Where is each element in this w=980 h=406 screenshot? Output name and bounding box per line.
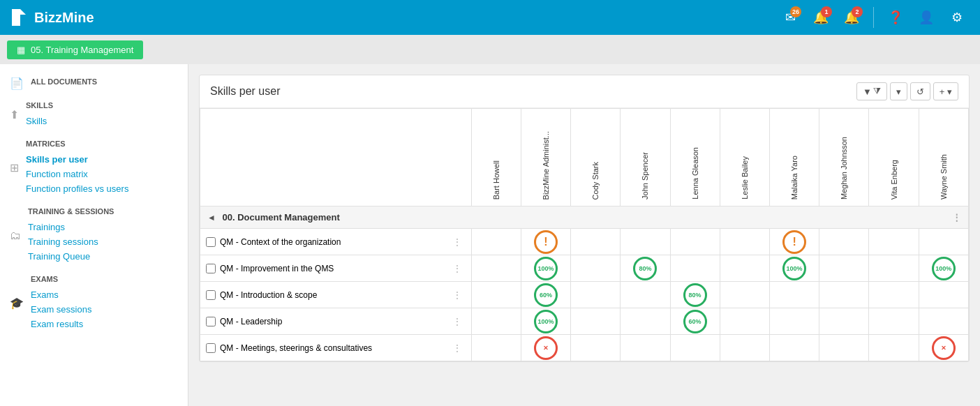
upload-icon: ⬆	[10, 108, 19, 121]
cell-leadership-meghan	[819, 308, 869, 335]
cell-improvement-wayne[interactable]: 100%	[919, 255, 968, 282]
col-john-spencer: John Spencer	[621, 109, 670, 206]
module-tab[interactable]: ▦ 05. Training Management	[7, 40, 143, 59]
skill-name-meetings: QM - Meetings, steerings & consultatives…	[200, 335, 472, 361]
cell-meetings-cody	[571, 335, 621, 361]
cell-intro-malaika	[769, 282, 819, 308]
bell-button[interactable]: 🔔 1	[808, 5, 833, 30]
sidebar-alldocs-row: 📄 ALL DOCUMENTS	[0, 71, 188, 96]
sidebar-item-exam-results[interactable]: Exam results	[31, 317, 91, 331]
logo-text: BizzMine	[34, 10, 94, 26]
skill-name-context: QM - Context of the organization ⋮	[200, 229, 472, 255]
cell-context-john	[621, 229, 670, 255]
sidebar-item-skills[interactable]: Skills	[26, 114, 53, 128]
progress-60-lenna-lead: 60%	[683, 310, 707, 333]
refresh-button[interactable]: ↺	[910, 82, 930, 100]
error-badge-bizzmine: ✕	[534, 336, 558, 360]
table-header-row: Bart Howell BizzMine Administ... Cody St…	[200, 109, 969, 206]
col-vita-enberg: Vita Enberg	[869, 109, 919, 206]
cell-meetings-john	[621, 335, 670, 361]
mail-button[interactable]: ✉ 26	[778, 5, 803, 30]
sidebar-matrices-row: ⊞ MATRICES Skills per user Function matr…	[0, 134, 188, 202]
skill-name-improvement: QM - Improvement in the QMS ⋮	[200, 255, 472, 282]
progress-100-bizzmine: 100%	[534, 257, 558, 280]
cell-context-bizzmine[interactable]: !	[521, 229, 570, 255]
sidebar-alldocs-title: ALL DOCUMENTS	[31, 77, 97, 86]
cell-leadership-bizzmine[interactable]: 100%	[521, 308, 570, 335]
cell-improvement-meghan	[819, 255, 869, 282]
row-options-icon[interactable]: ⋮	[453, 343, 466, 353]
cell-intro-meghan	[819, 282, 869, 308]
sidebar-item-training-sessions[interactable]: Training sessions	[28, 234, 114, 249]
module-label: 05. Training Management	[31, 45, 133, 55]
sidebar-item-function-profiles[interactable]: Function profiles vs users	[26, 181, 128, 196]
row-checkbox-intro[interactable]	[206, 290, 216, 300]
add-button[interactable]: + ▾	[933, 82, 958, 100]
cell-leadership-lenna[interactable]: 60%	[670, 308, 720, 335]
filter-funnel-icon: ⧩	[873, 86, 881, 97]
help-button[interactable]: ❓	[883, 5, 908, 30]
cell-meetings-bizzmine[interactable]: ✕	[521, 335, 570, 361]
table-row: QM - Introduction & scope ⋮ 60%	[200, 282, 969, 308]
user-button[interactable]: 👤	[914, 5, 939, 30]
cell-intro-bizzmine[interactable]: 60%	[521, 282, 570, 308]
section-options-icon[interactable]: ⋮	[952, 212, 961, 223]
cell-intro-john	[621, 282, 670, 308]
cell-improvement-bizzmine[interactable]: 100%	[521, 255, 570, 282]
sidebar: 📄 ALL DOCUMENTS ⬆ SKILLS Skills ⊞ MATRIC…	[0, 64, 188, 406]
cell-leadership-malaika	[769, 308, 819, 335]
sidebar-item-skills-per-user[interactable]: Skills per user	[26, 152, 128, 167]
header-divider	[873, 7, 874, 28]
filter-down-button[interactable]: ▾	[890, 82, 907, 100]
cell-context-cody	[571, 229, 621, 255]
cell-improvement-leslie	[720, 255, 769, 282]
sidebar-item-trainings[interactable]: Trainings	[28, 220, 114, 234]
mail-badge: 26	[790, 6, 801, 17]
settings-button[interactable]: ⚙	[944, 5, 970, 30]
sidebar-training-row: 🗂 TRAINING & SESSIONS Trainings Training…	[0, 202, 188, 269]
cell-context-wayne	[919, 229, 968, 255]
cell-improvement-john[interactable]: 80%	[621, 255, 670, 282]
cell-context-leslie	[720, 229, 769, 255]
col-bart-howell: Bart Howell	[471, 109, 521, 206]
row-options-icon[interactable]: ⋮	[453, 317, 466, 326]
sidebar-matrices-title: MATRICES	[26, 140, 128, 148]
table-row: QM - Leadership ⋮ 100% 60%	[200, 308, 969, 335]
table-container: Bart Howell BizzMine Administ... Cody St…	[200, 108, 969, 361]
col-meghan-johnsson: Meghan Johnsson	[819, 109, 869, 206]
cell-context-malaika[interactable]: !	[769, 229, 819, 255]
cell-intro-wayne	[919, 282, 968, 308]
section-label: ◄ 00. Document Management ⋮	[200, 206, 969, 229]
cell-leadership-bart	[471, 308, 521, 335]
cell-meetings-lenna	[670, 335, 720, 361]
header: BizzMine ✉ 26 🔔 1 🔔 2 ❓ 👤 ⚙	[0, 0, 980, 35]
section-arrow-icon: ◄	[207, 213, 216, 223]
row-checkbox-meetings[interactable]	[206, 343, 216, 353]
alert-badge: 2	[852, 6, 863, 17]
layout: 📄 ALL DOCUMENTS ⬆ SKILLS Skills ⊞ MATRIC…	[0, 64, 980, 406]
cell-intro-lenna[interactable]: 80%	[670, 282, 720, 308]
sidebar-item-exam-sessions[interactable]: Exam sessions	[31, 302, 91, 317]
sidebar-item-function-matrix[interactable]: Function matrix	[26, 167, 128, 181]
progress-100-malaika: 100%	[782, 257, 806, 280]
row-options-icon[interactable]: ⋮	[453, 237, 466, 247]
row-checkbox-context[interactable]	[206, 237, 216, 247]
cell-meetings-meghan	[819, 335, 869, 361]
cell-improvement-malaika[interactable]: 100%	[769, 255, 819, 282]
sidebar-item-exams[interactable]: Exams	[31, 287, 91, 302]
row-options-icon[interactable]: ⋮	[453, 290, 466, 300]
row-options-icon[interactable]: ⋮	[453, 264, 466, 273]
row-checkbox-leadership[interactable]	[206, 317, 216, 326]
sidebar-item-training-queue[interactable]: Training Queue	[28, 249, 114, 264]
cell-improvement-lenna	[670, 255, 720, 282]
filter-button[interactable]: ▼ ⧩	[856, 82, 887, 100]
sidebar-skills-title: SKILLS	[26, 101, 53, 110]
cell-improvement-bart	[471, 255, 521, 282]
sidebar-exams-row: 🎓 EXAMS Exams Exam sessions Exam results	[0, 269, 188, 337]
cell-meetings-wayne[interactable]: ✕	[919, 335, 968, 361]
col-bizzmine-admin: BizzMine Administ...	[521, 109, 570, 206]
alert-button[interactable]: 🔔 2	[839, 5, 864, 30]
progress-80-lenna: 80%	[683, 283, 707, 307]
cell-intro-cody	[571, 282, 621, 308]
row-checkbox-improvement[interactable]	[206, 264, 216, 273]
